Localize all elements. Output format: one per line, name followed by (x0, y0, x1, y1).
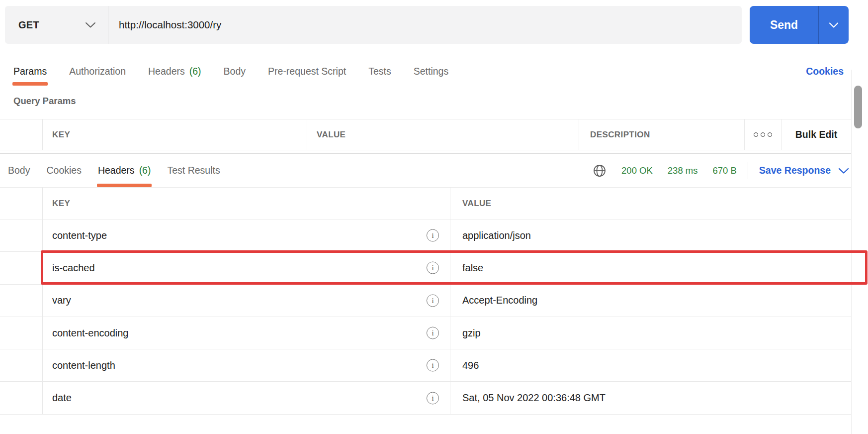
row-gutter (0, 252, 42, 284)
query-params-header-row: KEY VALUE DESCRIPTION Bulk Edit (0, 119, 851, 150)
header-value-cell[interactable]: false (450, 252, 851, 284)
content-right-border (851, 70, 852, 434)
header-key: date (52, 392, 72, 404)
info-icon[interactable]: i (427, 327, 439, 339)
row-gutter (0, 119, 42, 150)
row-gutter (0, 349, 42, 381)
tab-count-badge: (6) (189, 66, 201, 77)
header-key-cell[interactable]: content-encoding i (42, 317, 450, 349)
tab-headers[interactable]: Headers (6) (148, 57, 201, 86)
header-value: Sat, 05 Nov 2022 00:36:48 GMT (462, 392, 606, 404)
header-key-cell[interactable]: date i (42, 382, 450, 414)
tab-count-badge: (6) (139, 165, 151, 176)
header-key: content-type (52, 230, 107, 241)
table-row: vary i Accept-Encoding (0, 285, 851, 317)
header-key: content-length (52, 360, 115, 371)
header-value: Accept-Encoding (462, 295, 537, 306)
row-gutter (0, 285, 42, 317)
info-icon[interactable]: i (427, 359, 439, 372)
row-gutter (0, 219, 42, 251)
header-value-cell[interactable]: 496 (450, 349, 851, 381)
header-key-cell[interactable]: vary i (42, 285, 450, 317)
method-select[interactable]: GET (5, 6, 108, 44)
status-size[interactable]: 670 B (712, 165, 736, 176)
bulk-edit-button[interactable]: Bulk Edit (795, 129, 838, 140)
tab-authorization[interactable]: Authorization (69, 57, 126, 86)
info-icon[interactable]: i (427, 294, 439, 307)
tab-params[interactable]: Params (13, 57, 47, 86)
header-key: is-cached (52, 262, 95, 274)
cookies-link[interactable]: Cookies (806, 57, 844, 86)
column-header-value: VALUE (307, 119, 579, 150)
status-time[interactable]: 238 ms (668, 165, 698, 176)
tab-label: Params (13, 66, 47, 77)
header-key: vary (52, 295, 71, 306)
row-gutter (0, 317, 42, 349)
chevron-down-icon (85, 21, 96, 28)
tab-pre-request-script[interactable]: Pre-request Script (268, 57, 346, 86)
send-label: Send (770, 18, 798, 32)
info-icon[interactable]: i (427, 262, 439, 274)
row-gutter (0, 188, 42, 219)
column-header-description: DESCRIPTION (579, 119, 744, 150)
tab-body[interactable]: Body (8, 154, 30, 187)
chevron-down-icon[interactable] (831, 167, 849, 174)
header-value: false (462, 262, 483, 274)
response-headers-rows: content-type i application/json is-cache… (0, 219, 851, 415)
method-label: GET (18, 19, 39, 31)
tab-label: Cookies (46, 165, 81, 176)
url-input[interactable]: http://localhost:3000/ry (108, 6, 742, 44)
send-label-area[interactable]: Send (750, 6, 818, 44)
header-key-cell[interactable]: content-type i (42, 219, 450, 251)
header-value: 496 (462, 360, 479, 371)
header-value: application/json (462, 230, 531, 241)
column-header-key: KEY (42, 188, 450, 219)
header-key-cell[interactable]: content-length i (42, 349, 450, 381)
url-text: http://localhost:3000/ry (119, 19, 221, 31)
tab-settings[interactable]: Settings (414, 57, 448, 86)
tab-label: Authorization (69, 66, 126, 77)
header-value-cell[interactable]: gzip (450, 317, 851, 349)
request-tabs: Params Authorization Headers (6) Body Pr… (13, 57, 448, 86)
save-response-label: Save Response (759, 165, 831, 176)
tab-test-results[interactable]: Test Results (167, 154, 220, 187)
column-header-value: VALUE (450, 188, 851, 219)
tab-label: Body (224, 66, 246, 77)
request-tabs-left: Params Authorization Headers (6) Body Pr… (13, 57, 448, 86)
response-tabs-left: Body Cookies Headers (6) Test Results (8, 154, 220, 187)
tab-label: Headers (98, 165, 135, 176)
send-options-button[interactable] (819, 6, 849, 44)
row-gutter (0, 382, 42, 414)
info-icon[interactable]: i (427, 229, 439, 242)
tab-label: Test Results (167, 165, 220, 176)
table-row: content-length i 496 (0, 349, 851, 382)
tab-label: Settings (414, 66, 448, 77)
more-options-icon[interactable] (754, 132, 772, 137)
status-divider (748, 162, 748, 179)
tab-cookies[interactable]: Cookies (46, 154, 81, 187)
save-response-button[interactable]: Save Response (759, 165, 849, 176)
table-row: date i Sat, 05 Nov 2022 00:36:48 GMT (0, 382, 851, 414)
column-header-key: KEY (42, 119, 307, 150)
table-row: content-type i application/json (0, 219, 851, 252)
globe-icon[interactable] (593, 164, 607, 178)
query-params-title: Query Params (13, 96, 76, 107)
request-url-bar: GET http://localhost:3000/ry (5, 6, 742, 44)
send-button[interactable]: Send (750, 6, 849, 44)
tab-label: Pre-request Script (268, 66, 346, 77)
header-value-cell[interactable]: Sat, 05 Nov 2022 00:36:48 GMT (450, 382, 851, 414)
tab-tests[interactable]: Tests (368, 57, 391, 86)
tab-body[interactable]: Body (224, 57, 246, 86)
status-code[interactable]: 200 OK (621, 165, 653, 176)
header-value-cell[interactable]: application/json (450, 219, 851, 251)
header-value: gzip (462, 327, 481, 339)
table-row: content-encoding i gzip (0, 317, 851, 349)
tab-label: Body (8, 165, 30, 176)
response-status-group: 200 OK 238 ms 670 B Save Response (593, 162, 851, 179)
header-key-cell[interactable]: is-cached i (42, 252, 450, 284)
vertical-scrollbar-thumb[interactable] (854, 86, 862, 128)
header-value-cell[interactable]: Accept-Encoding (450, 285, 851, 317)
tab-headers[interactable]: Headers (6) (98, 154, 151, 187)
header-key: content-encoding (52, 327, 128, 339)
info-icon[interactable]: i (427, 392, 439, 404)
